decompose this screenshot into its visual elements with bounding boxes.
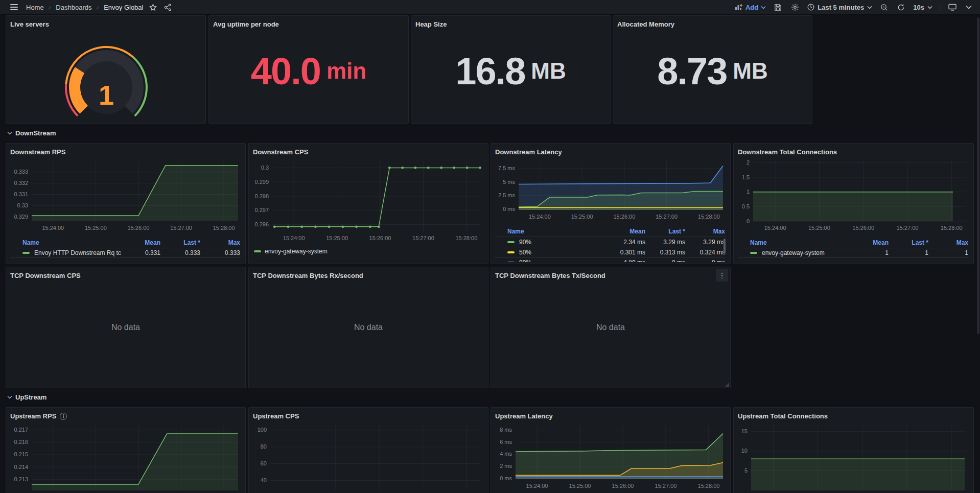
- panel-title[interactable]: TCP Downstream Bytes Tx/Second: [495, 270, 726, 281]
- panel-upstream-rps: Upstream RPS i 0.2130.2140.2150.2160.217…: [6, 407, 246, 493]
- row-toggle-downstream[interactable]: DownStream: [7, 129, 56, 137]
- chart-area: 0.3290.330.3310.3320.33315:24:0015:25:00…: [10, 158, 241, 237]
- legend-column-header[interactable]: Last *: [160, 239, 200, 246]
- panel-title[interactable]: Downstream RPS: [10, 147, 241, 158]
- clock-icon: [807, 4, 814, 11]
- breadcrumb-separator: ›: [49, 4, 51, 10]
- share-icon[interactable]: [163, 3, 173, 12]
- panel-title[interactable]: Allocated Memory: [617, 19, 808, 30]
- legend-row[interactable]: envoy-gateway-system111: [738, 248, 969, 258]
- panel-title[interactable]: Upstream Latency: [495, 411, 726, 422]
- legend-swatch: [507, 251, 515, 253]
- refresh-interval-picker[interactable]: 10s: [913, 4, 932, 11]
- legend-row[interactable]: Envoy HTTP Downstream Rq total0.3310.333…: [10, 248, 241, 258]
- data-point: [369, 225, 371, 228]
- legend-column-header[interactable]: Name: [507, 228, 605, 235]
- x-axis-tick-label: 15:27:00: [656, 214, 678, 220]
- stat-unit: min: [326, 58, 366, 84]
- x-axis-tick-label: 15:27:00: [897, 225, 919, 231]
- panel-title[interactable]: Upstream Total Connections: [738, 411, 969, 422]
- data-point: [287, 225, 290, 228]
- data-point: [328, 225, 331, 228]
- legend-column-header[interactable]: Max: [685, 228, 725, 235]
- refresh-interval-label: 10s: [913, 4, 924, 11]
- chart-canvas: 5101515:24:0015:25:0015:26:0015:27:0015:…: [738, 422, 970, 493]
- panel-title[interactable]: Avg uptime per node: [213, 19, 404, 30]
- legend-column-header[interactable]: Mean: [121, 239, 160, 246]
- time-range-picker[interactable]: Last 5 minutes: [807, 4, 872, 11]
- panel-title[interactable]: Downstream Total Connections: [738, 147, 969, 158]
- legend-label: Envoy HTTP Downstream Rq total: [34, 249, 121, 256]
- panel-title[interactable]: TCP Downstream Bytes Rx/second: [253, 270, 484, 281]
- data-point: [378, 225, 380, 228]
- legend-column-header[interactable]: Max: [928, 239, 968, 246]
- x-axis-tick-label: 15:25:00: [571, 214, 593, 220]
- series-line: [516, 434, 723, 452]
- legend-column-header[interactable]: Last *: [889, 239, 928, 246]
- legend-column-header[interactable]: Mean: [849, 239, 889, 246]
- menu-icon[interactable]: [7, 2, 21, 12]
- tv-mode-icon[interactable]: [947, 3, 958, 12]
- dashboard-canvas: Live servers 1 Avg uptime per node 40.0 …: [0, 15, 980, 493]
- x-axis-tick-label: 15:24:00: [764, 225, 786, 231]
- stat-value-area: 16.8 MB: [415, 30, 606, 112]
- panel-title[interactable]: Heap Size: [415, 19, 606, 30]
- y-axis-tick-label: 0 ms: [500, 475, 512, 481]
- legend-item[interactable]: envoy-gateway-system: [254, 248, 328, 255]
- breadcrumb-home[interactable]: Home: [26, 4, 44, 11]
- series-area: [32, 166, 238, 221]
- chevron-down-icon: [927, 6, 932, 9]
- chevron-down-icon: [761, 6, 766, 9]
- chart-canvas: 0.2960.2970.2980.2990.315:24:0015:25:001…: [253, 158, 485, 245]
- chevron-down-icon[interactable]: [965, 4, 973, 10]
- legend-column-header[interactable]: Mean: [605, 228, 645, 235]
- y-axis-tick-label: 100: [258, 427, 267, 433]
- legend-column-header[interactable]: Name: [750, 239, 849, 246]
- panel-title[interactable]: Upstream CPS: [253, 411, 484, 422]
- legend-label: envoy-gateway-system: [762, 249, 825, 256]
- no-data-message: No data: [253, 281, 484, 373]
- panel-title[interactable]: Downstream CPS: [253, 147, 484, 158]
- zoom-out-icon[interactable]: [879, 3, 889, 12]
- panel-live-servers: Live servers 1: [6, 15, 206, 124]
- legend-value: 0.333: [200, 249, 240, 256]
- chart-canvas: 0.3290.330.3310.3320.33315:24:0015:25:00…: [10, 158, 242, 234]
- panel-downstream-rps: Downstream RPS 0.3290.330.3310.3320.3331…: [6, 143, 246, 264]
- data-point: [300, 225, 303, 228]
- refresh-icon[interactable]: [896, 3, 906, 12]
- legend-row[interactable]: 90%2.34 ms3.29 ms3.29 ms: [495, 237, 726, 247]
- legend-scrollbar[interactable]: [724, 239, 726, 254]
- settings-gear-icon[interactable]: [790, 2, 800, 12]
- panel-title[interactable]: Downstream Latency: [495, 147, 726, 158]
- panel-upstream-total-connections: Upstream Total Connections 5101515:24:00…: [733, 407, 974, 493]
- breadcrumb-dashboards[interactable]: Dashboards: [56, 4, 91, 11]
- chart-area: 40608010015:24:0015:25:0015:26:0015:27:0…: [253, 422, 484, 493]
- panel-menu-icon[interactable]: ⋮: [716, 269, 728, 281]
- legend-column-header[interactable]: Name: [22, 239, 121, 246]
- data-point: [414, 167, 417, 169]
- star-icon[interactable]: [148, 3, 158, 12]
- chart-area: 0 ms2 ms4 ms6 ms8 ms15:24:0015:25:0015:2…: [495, 422, 726, 493]
- add-button[interactable]: Add: [735, 4, 766, 11]
- y-axis-tick-label: 5: [744, 467, 748, 474]
- panel-title[interactable]: Live servers: [10, 19, 201, 30]
- y-axis-tick-label: 0.3: [261, 165, 269, 171]
- save-icon[interactable]: [773, 3, 783, 12]
- legend-value: 1: [889, 249, 928, 256]
- y-axis-tick-label: 0 ms: [503, 206, 515, 212]
- panel-title[interactable]: TCP Downstream CPS: [10, 270, 241, 281]
- panel-resize-handle[interactable]: [725, 383, 729, 387]
- legend-row[interactable]: 50%0.301 ms0.313 ms0.324 ms: [495, 247, 726, 257]
- panel-upstream-latency: Upstream Latency 0 ms2 ms4 ms6 ms8 ms15:…: [491, 407, 731, 493]
- legend-column-header[interactable]: Last *: [645, 228, 685, 235]
- panel-allocated-memory: Allocated Memory 8.73 MB: [613, 15, 812, 124]
- x-axis-tick-label: 15:26:00: [369, 235, 391, 241]
- legend-row[interactable]: 99%4.89 ms8 ms8 ms: [495, 257, 726, 262]
- legend-table: NameMeanLast *Maxenvoy-gateway-system111: [738, 238, 969, 258]
- legend-column-header[interactable]: Max: [200, 239, 240, 246]
- y-axis-tick-label: 0.216: [14, 439, 28, 445]
- page-scrollbar[interactable]: [977, 17, 979, 334]
- row-toggle-upstream[interactable]: UpStream: [7, 393, 46, 401]
- info-icon[interactable]: i: [60, 413, 67, 420]
- panel-title[interactable]: Upstream RPS i: [10, 411, 241, 422]
